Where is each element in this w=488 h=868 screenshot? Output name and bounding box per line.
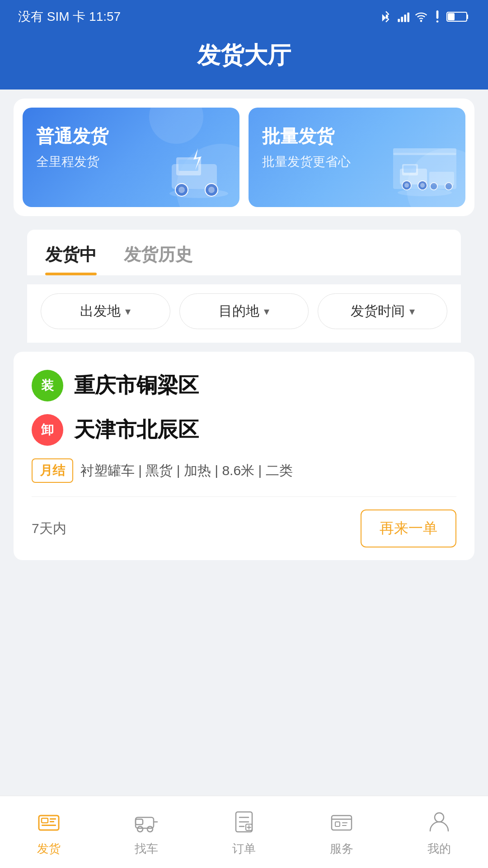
- svg-rect-5: [436, 10, 439, 19]
- service-nav-icon: [327, 807, 356, 836]
- svg-rect-8: [448, 13, 455, 20]
- cards-wrapper: 普通发货 全里程发货: [0, 90, 488, 230]
- tab-active-shipping[interactable]: 发货中: [45, 230, 97, 275]
- time-range-text: 7天内: [32, 519, 66, 538]
- dest-arrow-icon: ▾: [264, 305, 269, 318]
- nav-item-findcar[interactable]: 找车: [98, 796, 195, 868]
- filter-destination[interactable]: 目的地 ▾: [179, 293, 309, 329]
- svg-rect-47: [332, 816, 352, 830]
- svg-point-15: [178, 187, 185, 193]
- svg-point-27: [420, 183, 425, 188]
- reorder-button[interactable]: 再来一单: [361, 509, 456, 547]
- bulk-card-subtitle: 批量发货更省心: [262, 153, 452, 170]
- destination-text: 天津市北辰区: [74, 416, 199, 444]
- tabs-container: 发货中 发货历史: [27, 230, 461, 275]
- shipment-info: 装 重庆市铜梁区 卸 天津市北辰区 月结 衬塑罐车 | 黑货 | 加热 | 8.…: [14, 352, 474, 496]
- normal-shipping-card[interactable]: 普通发货 全里程发货: [23, 108, 239, 207]
- signal-icon: [397, 10, 409, 23]
- ship-nav-icon: [34, 807, 63, 836]
- svg-rect-3: [407, 13, 409, 22]
- status-icons: [380, 10, 470, 23]
- svg-point-25: [404, 183, 409, 188]
- bottom-navigation: 发货 找车 订单: [0, 796, 488, 868]
- nav-label-orders: 订单: [232, 841, 256, 857]
- svg-point-38: [137, 826, 143, 832]
- svg-rect-6: [436, 20, 439, 23]
- nav-label-mine: 我的: [427, 841, 451, 857]
- time-arrow-icon: ▾: [409, 305, 415, 318]
- page-header: 发货大厅: [0, 31, 488, 90]
- nav-label-service: 服务: [330, 841, 353, 857]
- bulk-card-icon: [389, 139, 461, 203]
- origin-route-item: 装 重庆市铜梁区: [32, 370, 456, 401]
- filters-container: 出发地 ▾ 目的地 ▾ 发货时间 ▾: [27, 284, 461, 343]
- svg-rect-0: [398, 19, 400, 22]
- destination-route-item: 卸 天津市北辰区: [32, 414, 456, 446]
- normal-card-subtitle: 全里程发货: [36, 153, 226, 170]
- nav-item-orders[interactable]: 订单: [195, 796, 293, 868]
- svg-rect-49: [335, 822, 340, 826]
- bulk-card-title: 批量发货: [262, 124, 452, 149]
- mine-nav-icon: [425, 807, 454, 836]
- nav-label-ship: 发货: [37, 841, 61, 857]
- svg-point-17: [208, 187, 215, 193]
- nav-item-ship[interactable]: 发货: [0, 796, 98, 868]
- shipment-details: 衬塑罐车 | 黑货 | 加热 | 8.6米 | 二类: [80, 462, 293, 480]
- shipment-footer: 7天内 再来一单: [14, 497, 474, 560]
- tags-row: 月结 衬塑罐车 | 黑货 | 加热 | 8.6米 | 二类: [32, 458, 456, 483]
- origin-text: 重庆市铜梁区: [74, 372, 199, 400]
- normal-card-icon: [163, 139, 235, 203]
- payment-type-tag: 月结: [32, 458, 73, 483]
- unload-badge: 卸: [32, 414, 63, 446]
- svg-rect-37: [136, 819, 143, 825]
- svg-rect-34: [50, 821, 54, 822]
- svg-point-29: [430, 183, 437, 190]
- cards-container: 普通发货 全里程发货: [14, 99, 474, 216]
- svg-rect-35: [42, 825, 56, 826]
- tab-shipping-history[interactable]: 发货历史: [124, 230, 192, 275]
- nav-item-mine[interactable]: 我的: [390, 796, 488, 868]
- alert-icon: [433, 10, 442, 23]
- svg-rect-1: [401, 17, 403, 22]
- nav-label-findcar: 找车: [135, 841, 158, 857]
- svg-point-52: [435, 813, 444, 822]
- origin-arrow-icon: ▾: [125, 305, 131, 318]
- page-title: 发货大厅: [0, 40, 488, 71]
- findcar-nav-icon: [132, 807, 161, 836]
- orders-nav-icon: [230, 807, 258, 836]
- bulk-shipping-card[interactable]: 批量发货 批量发货更省心: [249, 108, 465, 207]
- nav-item-service[interactable]: 服务: [293, 796, 390, 868]
- filter-time[interactable]: 发货时间 ▾: [318, 293, 447, 329]
- battery-icon: [446, 10, 470, 23]
- svg-rect-33: [50, 818, 56, 820]
- main-content: 普通发货 全里程发货: [0, 90, 488, 786]
- normal-card-title: 普通发货: [36, 124, 226, 149]
- load-badge: 装: [32, 370, 63, 401]
- status-bar: 没有 SIM 卡 11:57: [0, 0, 488, 31]
- tabs-section: 发货中 发货历史 出发地 ▾ 目的地 ▾ 发货时间 ▾: [14, 230, 474, 343]
- shipment-card: 装 重庆市铜梁区 卸 天津市北辰区 月结 衬塑罐车 | 黑货 | 加热 | 8.…: [14, 352, 474, 560]
- filter-origin[interactable]: 出发地 ▾: [41, 293, 170, 329]
- svg-point-4: [421, 20, 422, 21]
- status-carrier-time: 没有 SIM 卡 11:57: [18, 8, 121, 25]
- svg-point-39: [147, 826, 153, 832]
- svg-point-30: [445, 183, 452, 190]
- svg-rect-2: [404, 14, 406, 22]
- svg-rect-32: [42, 818, 48, 823]
- wifi-icon: [414, 10, 428, 23]
- bluetooth-icon: [380, 10, 392, 23]
